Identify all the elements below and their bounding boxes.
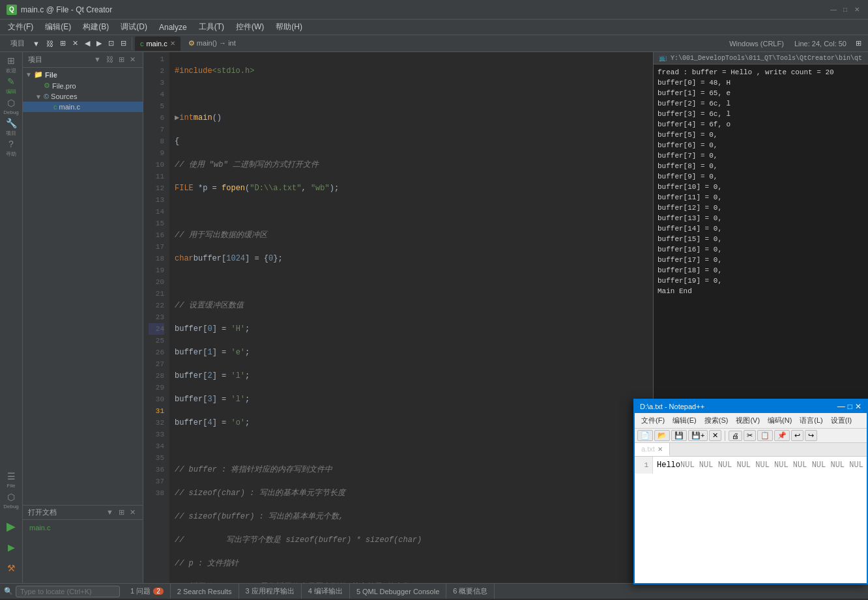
maximize-button[interactable]: □ bbox=[841, 5, 850, 14]
np-menu-lang[interactable]: 语言(L) bbox=[796, 414, 826, 427]
np-redo-btn[interactable]: ↪ bbox=[805, 430, 817, 441]
tab-close-icon[interactable]: ✕ bbox=[170, 40, 175, 47]
menu-tools[interactable]: 工具(T) bbox=[194, 20, 229, 34]
debug-run-icon: ▶ bbox=[8, 542, 15, 552]
menu-edit[interactable]: 编辑(E) bbox=[40, 20, 76, 34]
statusbar-compile[interactable]: 4 编译输出 bbox=[302, 584, 350, 599]
code-content: 12345 678910 1112131415 1617181920 21222… bbox=[143, 52, 653, 583]
bp-close-btn[interactable]: ✕ bbox=[128, 507, 137, 517]
np-menu-file[interactable]: 文件(F) bbox=[637, 414, 669, 427]
statusbar-search[interactable]: 2 Search Results bbox=[171, 584, 239, 599]
notepad-content[interactable]: 1 HelloNUL NUL NUL NUL NUL NUL NUL NUL N… bbox=[635, 457, 867, 583]
np-close-btn[interactable]: ✕ bbox=[709, 430, 721, 441]
notepad-minimize[interactable]: — bbox=[837, 402, 845, 411]
menu-controls[interactable]: 控件(W) bbox=[231, 20, 269, 34]
statusbar-summary[interactable]: 6 概要信息 bbox=[446, 584, 495, 599]
filetree-add-btn[interactable]: ⊞ bbox=[117, 55, 126, 64]
menu-analyze[interactable]: Analyze bbox=[154, 21, 192, 33]
statusbar-app-output[interactable]: 3 应用程序输出 bbox=[239, 584, 302, 599]
sidebar-item-debug-run[interactable]: ▶ bbox=[1, 537, 21, 557]
np-tab-close-icon[interactable]: ✕ bbox=[658, 446, 663, 453]
toolbar-split-btn[interactable]: ⊟ bbox=[118, 38, 129, 49]
toolbar-filter-btn[interactable]: ▼ bbox=[30, 38, 42, 49]
sidebar-label-edit: 编辑 bbox=[6, 88, 16, 95]
menu-file[interactable]: 文件(F) bbox=[3, 20, 38, 34]
np-saveall-btn[interactable]: 💾+ bbox=[688, 430, 708, 441]
tree-item-sources[interactable]: ▼ © Sources bbox=[23, 91, 143, 102]
search-icon: 🔍 bbox=[4, 587, 13, 595]
filetree-filter-btn[interactable]: ▼ bbox=[92, 55, 103, 64]
notepad-close[interactable]: ✕ bbox=[855, 402, 861, 411]
toolbar-link-btn[interactable]: ⛓ bbox=[44, 38, 56, 49]
sidebar-item-projects[interactable]: 🔧 项目 bbox=[1, 117, 21, 137]
np-open-btn[interactable]: 📂 bbox=[654, 430, 670, 441]
bottom-panel-label: 打开文档 bbox=[28, 507, 57, 517]
statusbar-problems[interactable]: 1 问题 2 bbox=[124, 584, 171, 599]
sidebar-item-debug[interactable]: ⬡ Debug bbox=[1, 96, 21, 116]
code-editor[interactable]: 12345 678910 1112131415 1617181920 21222… bbox=[143, 52, 653, 583]
np-menu-view[interactable]: 视图(V) bbox=[732, 414, 764, 427]
output-line-1: fread : buffer = Hello , write count = 2… bbox=[658, 67, 864, 78]
notepad-window: D:\a.txt - Notepad++ — □ ✕ 文件(F) 编辑(E) 搜… bbox=[633, 399, 868, 584]
cfile-icon: c bbox=[53, 103, 57, 111]
tree-item-file[interactable]: ▼ 📁 File bbox=[23, 69, 143, 80]
notepad-menubar: 文件(F) 编辑(E) 搜索(S) 视图(V) 编码(N) 语言(L) 设置(I… bbox=[635, 413, 867, 429]
statusbar-qml[interactable]: 5 QML Debugger Console bbox=[350, 584, 446, 599]
filetree-link-btn[interactable]: ⛓ bbox=[104, 55, 115, 64]
code-line-13: buffer[1] = 'e'; bbox=[175, 347, 648, 358]
code-line-10 bbox=[175, 276, 648, 288]
search-input[interactable] bbox=[16, 586, 120, 597]
bp-filter-btn[interactable]: ▼ bbox=[104, 507, 115, 517]
sidebar-item-edit[interactable]: ✎ 编辑 bbox=[1, 76, 21, 95]
sidebar-label-projects: 项目 bbox=[6, 130, 16, 137]
np-print-btn[interactable]: 🖨 bbox=[729, 431, 742, 441]
toolbar-fwd-btn[interactable]: ▶ bbox=[94, 38, 104, 49]
toolbar-back-btn[interactable]: ◀ bbox=[82, 38, 93, 49]
sidebar-item-help[interactable]: ? 寻助 bbox=[1, 138, 21, 158]
line-numbers: 12345 678910 1112131415 1617181920 21222… bbox=[143, 52, 169, 583]
menu-debug[interactable]: 调试(D) bbox=[115, 20, 152, 34]
debug2-icon: ⬡ bbox=[7, 492, 15, 502]
np-copy-btn[interactable]: 📋 bbox=[757, 430, 773, 441]
toolbar-sync-btn[interactable]: ⊡ bbox=[106, 38, 117, 49]
toolbar-close-btn[interactable]: ✕ bbox=[70, 38, 81, 49]
tab-main-c[interactable]: c main.c ✕ bbox=[135, 36, 181, 51]
np-new-btn[interactable]: 📄 bbox=[637, 430, 653, 441]
open-doc-mainc[interactable]: main.c bbox=[27, 522, 139, 533]
toolbar-settings-btn[interactable]: ⊞ bbox=[853, 38, 864, 49]
menu-help[interactable]: 帮助(H) bbox=[270, 20, 308, 34]
tree-item-mainc[interactable]: c main.c bbox=[23, 102, 143, 112]
np-menu-edit[interactable]: 编辑(E) bbox=[669, 414, 701, 427]
tree-item-filepro[interactable]: ⚙ File.pro bbox=[23, 80, 143, 91]
close-button[interactable]: ✕ bbox=[852, 5, 861, 14]
code-line-7 bbox=[175, 206, 648, 218]
sidebar-item-welcome[interactable]: ⊞ 欢迎 bbox=[1, 55, 21, 74]
sidebar-item-build[interactable]: ⚒ bbox=[1, 558, 21, 578]
sidebar-item-debug2[interactable]: ⬡ Debug bbox=[1, 491, 21, 510]
output-line-17: buffer[15] = 0, bbox=[658, 234, 864, 244]
np-undo-btn[interactable]: ↩ bbox=[791, 430, 803, 441]
bp-add-btn[interactable]: ⊞ bbox=[117, 507, 126, 517]
filetree-controls: ▼ ⛓ ⊞ ✕ bbox=[92, 55, 137, 64]
np-menu-settings[interactable]: 设置(I) bbox=[827, 414, 856, 427]
sidebar-item-run[interactable]: ▶ bbox=[1, 517, 21, 536]
run-icon: ▶ bbox=[7, 519, 16, 534]
np-tab-atxt[interactable]: a.txt ✕ bbox=[635, 443, 670, 456]
code-line-2 bbox=[175, 89, 648, 100]
notepad-maximize[interactable]: □ bbox=[848, 402, 852, 411]
filetree-close-btn[interactable]: ✕ bbox=[128, 55, 137, 64]
np-cut-btn[interactable]: ✂ bbox=[744, 430, 756, 441]
np-menu-encode[interactable]: 编码(N) bbox=[764, 414, 796, 427]
menu-build[interactable]: 构建(B) bbox=[78, 20, 114, 34]
np-paste-btn[interactable]: 📌 bbox=[774, 430, 790, 441]
output-line-3: buffer[1] = 65, e bbox=[658, 88, 864, 98]
titlebar-controls: — □ ✕ bbox=[829, 5, 861, 14]
code-line-1: #include <stdio.h> bbox=[175, 65, 648, 77]
notepad-title: D:\a.txt - Notepad++ bbox=[640, 403, 704, 410]
minimize-button[interactable]: — bbox=[829, 5, 838, 14]
np-save-btn[interactable]: 💾 bbox=[671, 430, 687, 441]
np-menu-search[interactable]: 搜索(S) bbox=[701, 414, 732, 427]
sidebar-item-file[interactable]: ☰ File bbox=[1, 470, 21, 489]
toolbar-add-btn[interactable]: ⊞ bbox=[57, 38, 68, 49]
code-line-17 bbox=[175, 440, 648, 452]
